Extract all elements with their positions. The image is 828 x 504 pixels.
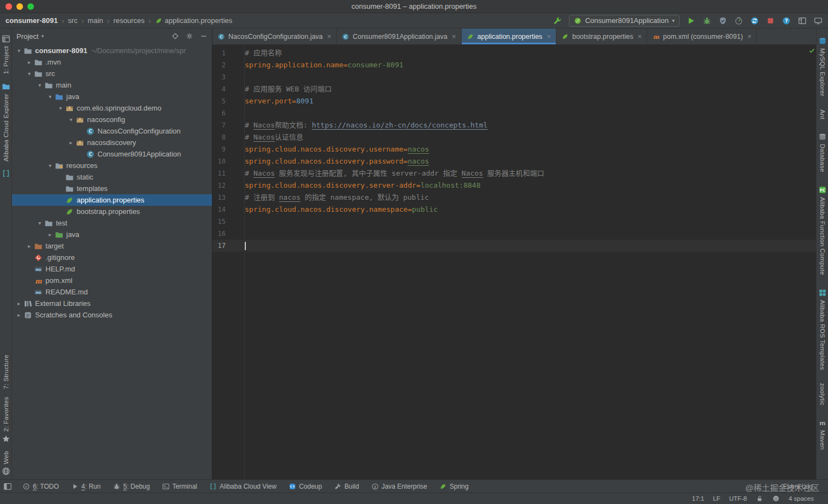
tab-close-icon[interactable]: × [637,32,642,40]
tree-row[interactable]: MDREADME.md [12,286,212,298]
line-number[interactable]: 3 [212,71,226,83]
tree-expand-icon[interactable]: ▸ [66,140,76,146]
code-line[interactable]: 5server.port=8091 [212,95,816,107]
code-line[interactable]: 12spring.cloud.nacos.discovery.server-ad… [212,179,816,192]
tree-expand-icon[interactable]: ▾ [45,94,55,100]
tree-expand-icon[interactable]: ▸ [14,300,24,306]
tool-window-button[interactable]: Database [818,129,827,176]
line-number[interactable]: 12 [212,179,226,192]
tree-row[interactable]: ▸nacosdiscovery [12,137,212,148]
tool-window-button[interactable]: 1: Project [2,31,10,78]
tab-close-icon[interactable]: × [327,32,331,40]
editor-tab[interactable]: CConsumer8091Application.java× [337,28,462,44]
tree-row[interactable]: ▸java [12,229,212,240]
editor-tab[interactable]: bootstrap.properties× [556,28,647,44]
tree-expand-icon[interactable]: ▸ [25,243,34,249]
editor-tab[interactable]: mpom.xml (consumer-8091)× [647,28,757,44]
tree-expand-icon[interactable]: ▸ [14,312,24,318]
tool-window-button[interactable]: 4: Run [65,480,107,493]
tree-row[interactable]: .gitignore [12,252,212,263]
tree-expand-icon[interactable]: ▾ [66,117,76,123]
tab-close-icon[interactable]: × [748,32,752,40]
file-encoding[interactable]: UTF-8 [729,495,747,502]
line-separator[interactable]: LF [713,495,720,502]
tool-window-button[interactable]: Build [328,480,365,493]
tool-window-button[interactable]: JJava Enterprise [365,480,433,493]
project-view-selector[interactable]: Project [16,32,38,40]
line-number[interactable]: 6 [212,107,226,119]
tree-row[interactable]: ▾src [12,68,212,79]
tool-window-button[interactable]: 7: Structure [3,351,9,393]
zoom-window-button[interactable] [27,3,34,10]
close-window-button[interactable] [5,3,12,10]
tool-window-button[interactable]: Ant [819,106,826,123]
tree-row[interactable]: ▸Scratches and Consoles [12,309,212,321]
tree-row[interactable]: ▾consumer-8091~/Documents/project/mine/s… [12,45,212,56]
line-number[interactable]: 8 [212,131,226,143]
error-stripe[interactable] [808,45,816,479]
tool-window-button[interactable]: Alibaba Cloud View [203,480,283,493]
breadcrumb-item[interactable]: resources [113,16,145,25]
tree-expand-icon[interactable]: ▾ [35,220,44,226]
remote-button[interactable] [814,16,823,25]
wrench-button[interactable] [553,16,562,25]
play-button[interactable] [687,16,695,25]
tree-row[interactable]: ▸target [12,240,212,252]
tree-row[interactable]: templates [12,183,212,194]
event-log-button[interactable]: Event Log [783,483,813,490]
minimize-window-button[interactable] [16,3,23,10]
minimize-icon[interactable] [200,32,208,40]
breadcrumb-item[interactable]: consumer-8091 [5,16,58,25]
updates-button[interactable] [750,16,759,25]
tree-expand-icon[interactable]: ▾ [25,71,34,77]
tree-expand-icon[interactable]: ▸ [25,59,34,65]
line-number[interactable]: 9 [212,143,226,155]
stop-button[interactable] [766,16,775,25]
tree-row[interactable]: ▸External Libraries [12,298,212,309]
line-number[interactable]: 11 [212,167,226,179]
gear-icon[interactable] [186,32,193,40]
tree-row[interactable]: ▾nacosconfig [12,114,212,125]
chevron-down-icon[interactable]: ▾ [41,33,44,39]
tab-close-icon[interactable]: × [547,32,551,40]
code-line[interactable]: 14spring.cloud.nacos.discovery.namespace… [212,204,816,216]
tool-window-button[interactable]: 2: Favorites [2,393,10,447]
line-number[interactable]: 7 [212,119,226,131]
tool-window-button[interactable]: Web [2,447,10,479]
lock-icon[interactable] [756,495,763,502]
line-number[interactable]: 15 [212,216,226,228]
tree-row[interactable]: MDHELP.md [12,263,212,275]
tool-window-button[interactable]: Spring [433,480,475,493]
line-number[interactable]: 17 [212,240,226,252]
code-line[interactable]: 10spring.cloud.nacos.discovery.password=… [212,155,816,167]
tree-row[interactable]: ▾java [12,91,212,102]
tree-expand-icon[interactable]: ▸ [45,231,55,237]
tab-close-icon[interactable]: × [452,32,456,40]
line-number[interactable]: 14 [212,204,226,216]
tree-row[interactable]: CConsumer8091Application [12,148,212,160]
tool-window-button[interactable]: mMaven [818,415,827,454]
code-line[interactable]: 4# 应用服务 WEB 访问端口 [212,83,816,95]
tree-row[interactable]: ▸.mvn [12,56,212,68]
tool-window-switcher-icon[interactable] [3,482,12,491]
code-line[interactable]: 3 [212,71,816,83]
code-line[interactable]: 9spring.cloud.nacos.discovery.username=n… [212,143,816,155]
line-number[interactable]: 10 [212,155,226,167]
tree-row[interactable]: ▾main [12,79,212,91]
code-line[interactable]: 13# 注册到 nacos 的指定 namespace, 默认为 public [212,192,816,204]
tree-row[interactable]: static [12,171,212,183]
line-number[interactable]: 1 [212,47,226,59]
line-number[interactable]: 16 [212,228,226,240]
editor-tab[interactable]: CNacosConfigConfiguration.java× [212,28,337,44]
tree-expand-icon[interactable]: ▾ [14,48,24,54]
tool-window-button[interactable]: Alibaba ROS Templates [818,285,827,374]
help-button[interactable]: ? [782,16,791,25]
line-number[interactable]: 5 [212,95,226,107]
run-config-selector[interactable]: Consumer8091Application ▾ [569,15,680,27]
tool-window-button[interactable]: Codeup [283,480,328,493]
code-line[interactable]: 2spring.application.name=consumer-8091 [212,59,816,71]
tree-row[interactable]: ▾resources [12,160,212,171]
tree-expand-icon[interactable]: ▾ [56,105,65,111]
breadcrumb-item[interactable]: application.properties [155,16,233,25]
tree-row[interactable]: ▾com.elio.springcloud.demo [12,102,212,114]
